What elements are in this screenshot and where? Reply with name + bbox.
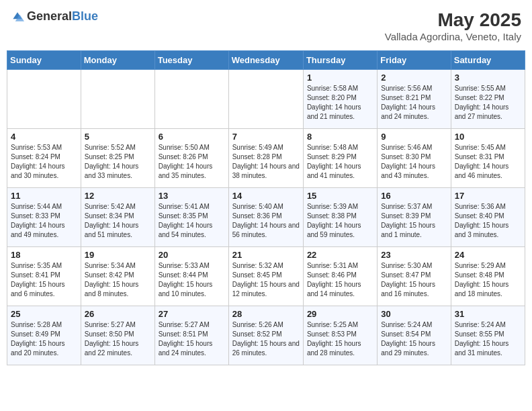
day-number: 30 xyxy=(381,309,447,319)
day-info: Sunrise: 5:31 AMSunset: 8:46 PMDaylight:… xyxy=(307,261,373,299)
calendar-week-row: 4Sunrise: 5:53 AMSunset: 8:24 PMDaylight… xyxy=(7,129,525,188)
day-number: 15 xyxy=(307,191,373,201)
day-info: Sunrise: 5:24 AMSunset: 8:55 PMDaylight:… xyxy=(455,320,521,358)
calendar-day-cell: 17Sunrise: 5:36 AMSunset: 8:40 PMDayligh… xyxy=(451,188,525,247)
logo-general-text: General xyxy=(27,9,72,23)
day-number: 20 xyxy=(159,250,225,260)
day-info: Sunrise: 5:26 AMSunset: 8:52 PMDaylight:… xyxy=(232,320,300,358)
calendar-day-cell: 18Sunrise: 5:35 AMSunset: 8:41 PMDayligh… xyxy=(7,247,81,306)
day-number: 3 xyxy=(455,73,521,83)
calendar-day-cell: 29Sunrise: 5:25 AMSunset: 8:53 PMDayligh… xyxy=(303,306,377,365)
calendar-day-cell: 4Sunrise: 5:53 AMSunset: 8:24 PMDaylight… xyxy=(7,129,81,188)
day-number: 16 xyxy=(381,191,447,201)
day-number: 5 xyxy=(85,132,151,142)
calendar-table: SundayMondayTuesdayWednesdayThursdayFrid… xyxy=(7,50,525,365)
calendar-day-cell: 1Sunrise: 5:58 AMSunset: 8:20 PMDaylight… xyxy=(303,70,377,129)
calendar-day-cell: 23Sunrise: 5:30 AMSunset: 8:47 PMDayligh… xyxy=(378,247,451,306)
calendar-day-cell: 10Sunrise: 5:45 AMSunset: 8:31 PMDayligh… xyxy=(451,129,525,188)
day-number: 23 xyxy=(381,250,447,260)
day-info: Sunrise: 5:53 AMSunset: 8:24 PMDaylight:… xyxy=(11,143,77,181)
calendar-day-cell xyxy=(154,70,228,129)
day-number: 11 xyxy=(11,191,77,201)
day-info: Sunrise: 5:30 AMSunset: 8:47 PMDaylight:… xyxy=(381,261,447,299)
day-info: Sunrise: 5:41 AMSunset: 8:35 PMDaylight:… xyxy=(159,202,225,240)
day-number: 26 xyxy=(85,309,151,319)
day-number: 17 xyxy=(455,191,521,201)
day-number: 14 xyxy=(232,191,300,201)
day-info: Sunrise: 5:24 AMSunset: 8:54 PMDaylight:… xyxy=(381,320,447,358)
day-number: 7 xyxy=(232,132,300,142)
calendar-day-cell: 16Sunrise: 5:37 AMSunset: 8:39 PMDayligh… xyxy=(378,188,451,247)
day-number: 22 xyxy=(307,250,373,260)
calendar-week-row: 11Sunrise: 5:44 AMSunset: 8:33 PMDayligh… xyxy=(7,188,525,247)
day-info: Sunrise: 5:28 AMSunset: 8:49 PMDaylight:… xyxy=(11,320,77,358)
day-info: Sunrise: 5:50 AMSunset: 8:26 PMDaylight:… xyxy=(159,143,225,181)
day-info: Sunrise: 5:46 AMSunset: 8:30 PMDaylight:… xyxy=(381,143,447,181)
day-number: 2 xyxy=(381,73,447,83)
day-of-week-header: Saturday xyxy=(451,51,525,70)
day-of-week-header: Thursday xyxy=(303,51,377,70)
day-info: Sunrise: 5:39 AMSunset: 8:38 PMDaylight:… xyxy=(307,202,373,240)
day-info: Sunrise: 5:42 AMSunset: 8:34 PMDaylight:… xyxy=(85,202,151,240)
logo: GeneralBlue xyxy=(11,9,98,24)
day-info: Sunrise: 5:44 AMSunset: 8:33 PMDaylight:… xyxy=(11,202,77,240)
calendar-day-cell: 28Sunrise: 5:26 AMSunset: 8:52 PMDayligh… xyxy=(228,306,303,365)
day-info: Sunrise: 5:33 AMSunset: 8:44 PMDaylight:… xyxy=(159,261,225,299)
calendar-day-cell: 7Sunrise: 5:49 AMSunset: 8:28 PMDaylight… xyxy=(228,129,303,188)
calendar-day-cell: 25Sunrise: 5:28 AMSunset: 8:49 PMDayligh… xyxy=(7,306,81,365)
day-number: 24 xyxy=(455,250,521,260)
day-number: 4 xyxy=(11,132,77,142)
day-number: 18 xyxy=(11,250,77,260)
day-number: 10 xyxy=(455,132,521,142)
day-number: 25 xyxy=(11,309,77,319)
calendar-day-cell: 2Sunrise: 5:56 AMSunset: 8:21 PMDaylight… xyxy=(378,70,451,129)
day-info: Sunrise: 5:32 AMSunset: 8:45 PMDaylight:… xyxy=(232,261,300,299)
calendar-day-cell: 19Sunrise: 5:34 AMSunset: 8:42 PMDayligh… xyxy=(81,247,154,306)
day-number: 21 xyxy=(232,250,300,260)
day-number: 6 xyxy=(159,132,225,142)
calendar-day-cell xyxy=(81,70,154,129)
page-header: GeneralBlue May 2025 Vallada Agordina, V… xyxy=(7,7,525,45)
title-block: May 2025 Vallada Agordina, Veneto, Italy xyxy=(385,9,521,42)
day-number: 1 xyxy=(307,73,373,83)
calendar-day-cell: 13Sunrise: 5:41 AMSunset: 8:35 PMDayligh… xyxy=(154,188,228,247)
calendar-day-cell: 15Sunrise: 5:39 AMSunset: 8:38 PMDayligh… xyxy=(303,188,377,247)
location-title: Vallada Agordina, Veneto, Italy xyxy=(385,31,521,42)
calendar-day-cell: 27Sunrise: 5:27 AMSunset: 8:51 PMDayligh… xyxy=(154,306,228,365)
day-info: Sunrise: 5:40 AMSunset: 8:36 PMDaylight:… xyxy=(232,202,300,240)
day-number: 19 xyxy=(85,250,151,260)
day-of-week-header: Wednesday xyxy=(228,51,303,70)
logo-icon xyxy=(11,10,24,24)
day-info: Sunrise: 5:49 AMSunset: 8:28 PMDaylight:… xyxy=(232,143,300,181)
calendar-day-cell: 5Sunrise: 5:52 AMSunset: 8:25 PMDaylight… xyxy=(81,129,154,188)
logo-blue-text: Blue xyxy=(72,9,98,23)
day-info: Sunrise: 5:58 AMSunset: 8:20 PMDaylight:… xyxy=(307,84,373,122)
day-number: 29 xyxy=(307,309,373,319)
day-info: Sunrise: 5:27 AMSunset: 8:51 PMDaylight:… xyxy=(159,320,225,358)
day-of-week-header: Tuesday xyxy=(154,51,228,70)
day-number: 12 xyxy=(85,191,151,201)
day-info: Sunrise: 5:25 AMSunset: 8:53 PMDaylight:… xyxy=(307,320,373,358)
day-number: 27 xyxy=(159,309,225,319)
day-info: Sunrise: 5:29 AMSunset: 8:48 PMDaylight:… xyxy=(455,261,521,299)
calendar-day-cell: 12Sunrise: 5:42 AMSunset: 8:34 PMDayligh… xyxy=(81,188,154,247)
day-of-week-header: Friday xyxy=(378,51,451,70)
day-info: Sunrise: 5:27 AMSunset: 8:50 PMDaylight:… xyxy=(85,320,151,358)
calendar-day-cell: 14Sunrise: 5:40 AMSunset: 8:36 PMDayligh… xyxy=(228,188,303,247)
calendar-day-cell: 22Sunrise: 5:31 AMSunset: 8:46 PMDayligh… xyxy=(303,247,377,306)
calendar-day-cell: 20Sunrise: 5:33 AMSunset: 8:44 PMDayligh… xyxy=(154,247,228,306)
day-number: 13 xyxy=(159,191,225,201)
day-of-week-header: Sunday xyxy=(7,51,81,70)
calendar-day-cell: 31Sunrise: 5:24 AMSunset: 8:55 PMDayligh… xyxy=(451,306,525,365)
day-info: Sunrise: 5:52 AMSunset: 8:25 PMDaylight:… xyxy=(85,143,151,181)
calendar-week-row: 25Sunrise: 5:28 AMSunset: 8:49 PMDayligh… xyxy=(7,306,525,365)
day-number: 9 xyxy=(381,132,447,142)
day-number: 8 xyxy=(307,132,373,142)
day-of-week-header: Monday xyxy=(81,51,154,70)
day-info: Sunrise: 5:35 AMSunset: 8:41 PMDaylight:… xyxy=(11,261,77,299)
month-title: May 2025 xyxy=(385,9,521,31)
calendar-day-cell: 11Sunrise: 5:44 AMSunset: 8:33 PMDayligh… xyxy=(7,188,81,247)
day-info: Sunrise: 5:55 AMSunset: 8:22 PMDaylight:… xyxy=(455,84,521,122)
day-number: 28 xyxy=(232,309,300,319)
calendar-day-cell: 30Sunrise: 5:24 AMSunset: 8:54 PMDayligh… xyxy=(378,306,451,365)
